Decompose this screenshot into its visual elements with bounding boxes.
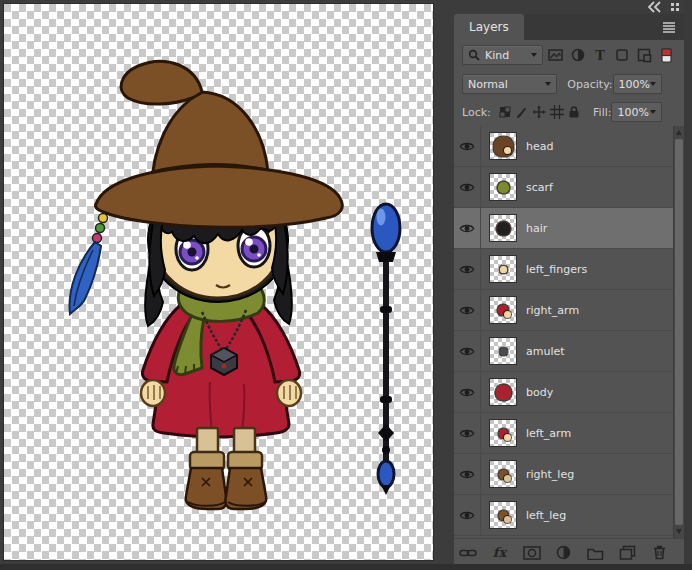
- layer-visibility-toggle[interactable]: [454, 126, 481, 166]
- bead-yellow: [99, 214, 108, 223]
- eye-icon: [459, 305, 475, 316]
- new-layer-button[interactable]: [617, 543, 638, 562]
- new-adjustment-layer-button[interactable]: [553, 543, 574, 562]
- eye-icon: [459, 141, 475, 152]
- type-layer-icon: T: [593, 48, 607, 62]
- eye-icon: [459, 264, 475, 275]
- filter-shape-layers-button[interactable]: [613, 46, 632, 65]
- layer-thumbnail[interactable]: [489, 255, 517, 283]
- folder-icon: [587, 546, 604, 560]
- link-layers-button[interactable]: [457, 543, 478, 562]
- trash-icon: [652, 545, 667, 560]
- tab-layers[interactable]: Layers: [454, 14, 524, 40]
- layer-row[interactable]: head: [454, 126, 684, 167]
- layer-thumbnail[interactable]: [489, 132, 517, 160]
- layer-thumbnail[interactable]: [489, 296, 517, 324]
- delete-layer-button[interactable]: [649, 543, 670, 562]
- layer-visibility-toggle[interactable]: [454, 208, 481, 248]
- thumbnail-art: [496, 385, 511, 400]
- layer-row[interactable]: body: [454, 372, 684, 413]
- scroll-up-arrow[interactable]: [676, 130, 682, 135]
- layer-thumbnail[interactable]: [489, 501, 517, 529]
- layer-visibility-toggle[interactable]: [454, 290, 481, 330]
- layer-thumbnail[interactable]: [489, 378, 517, 406]
- blend-mode-dropdown[interactable]: Normal: [462, 74, 557, 94]
- filter-smart-objects-button[interactable]: [635, 46, 654, 65]
- new-group-button[interactable]: [585, 543, 606, 562]
- thumbnail-art: [498, 182, 509, 193]
- layer-name: head: [526, 140, 553, 153]
- layer-list-scrollbar[interactable]: [673, 126, 684, 538]
- panel-tab-bar: Layers: [454, 14, 684, 40]
- layer-visibility-toggle[interactable]: [454, 413, 481, 453]
- panel-menu-icon[interactable]: [662, 21, 676, 34]
- layer-name: body: [526, 386, 553, 399]
- filter-type-layers-button[interactable]: T: [590, 46, 609, 65]
- layer-visibility-toggle[interactable]: [454, 495, 481, 535]
- collapse-panels-icon[interactable]: [647, 1, 662, 13]
- layer-name: left_leg: [526, 509, 566, 522]
- layer-name: right_leg: [526, 468, 574, 481]
- layer-row[interactable]: scarf: [454, 167, 684, 208]
- opacity-input[interactable]: 100%: [613, 74, 662, 94]
- fill-label: Fill:: [593, 106, 611, 119]
- layer-thumbnail[interactable]: [489, 337, 517, 365]
- move-icon: [532, 105, 546, 119]
- filtering-toggle[interactable]: [657, 46, 676, 65]
- scroll-down-arrow[interactable]: [676, 529, 682, 534]
- layer-thumbnail[interactable]: [489, 419, 517, 447]
- document-canvas[interactable]: [4, 4, 433, 560]
- lock-transparency-button[interactable]: [496, 103, 513, 122]
- bead-green: [96, 224, 105, 233]
- layer-visibility-toggle[interactable]: [454, 331, 481, 371]
- layer-row[interactable]: right_arm: [454, 290, 684, 331]
- panel-right-frame: [684, 0, 692, 566]
- lock-all-button[interactable]: [566, 103, 583, 122]
- eye-icon: [459, 510, 475, 521]
- opacity-value: 100%: [619, 78, 650, 91]
- lock-icon: [567, 105, 581, 119]
- scrollbar-thumb[interactable]: [675, 139, 683, 525]
- layer-row[interactable]: right_leg: [454, 454, 684, 495]
- thumbnail-art: [497, 222, 510, 235]
- panel-dock-icon[interactable]: [670, 2, 680, 12]
- panel-header-strip: [454, 0, 684, 14]
- link-icon: [459, 548, 477, 558]
- layer-row[interactable]: left_leg: [454, 495, 684, 536]
- filter-pixel-layers-button[interactable]: [546, 46, 565, 65]
- layer-thumbnail[interactable]: [489, 460, 517, 488]
- hat: [95, 61, 342, 227]
- layer-row[interactable]: left_arm: [454, 413, 684, 454]
- layer-visibility-toggle[interactable]: [454, 372, 481, 412]
- layer-row[interactable]: left_fingers: [454, 249, 684, 290]
- layer-thumbnail[interactable]: [489, 173, 517, 201]
- layer-visibility-toggle[interactable]: [454, 454, 481, 494]
- layer-visibility-toggle[interactable]: [454, 249, 481, 289]
- layer-thumbnail[interactable]: [489, 214, 517, 242]
- layers-panel-footer: fx: [454, 538, 684, 566]
- search-icon: [468, 49, 480, 61]
- layer-name: left_fingers: [526, 263, 587, 276]
- character-illustration: [70, 61, 343, 509]
- layer-name: hair: [526, 222, 547, 235]
- layer-row[interactable]: amulet: [454, 331, 684, 372]
- filter-adjustment-layers-button[interactable]: [568, 46, 587, 65]
- add-layer-mask-button[interactable]: [521, 543, 542, 562]
- eye-icon: [459, 346, 475, 357]
- chevron-down-icon: [650, 110, 656, 114]
- lock-position-button[interactable]: [531, 103, 548, 122]
- thumbnail-art-secondary: [504, 516, 511, 523]
- lock-image-pixels-button[interactable]: [513, 103, 530, 122]
- layer-name: scarf: [526, 181, 553, 194]
- thumbnail-art-secondary: [504, 475, 511, 482]
- brush-icon: [515, 106, 528, 119]
- layer-row[interactable]: hair: [454, 208, 684, 249]
- kind-filter-dropdown[interactable]: Kind: [462, 45, 543, 65]
- lock-artboard-button[interactable]: [548, 103, 565, 122]
- layer-visibility-toggle[interactable]: [454, 167, 481, 207]
- chevron-down-icon: [650, 82, 656, 86]
- chevron-down-icon: [531, 53, 537, 57]
- fill-input[interactable]: 100%: [611, 102, 662, 122]
- layer-style-button[interactable]: fx: [489, 543, 510, 562]
- staff-illustration: [372, 204, 400, 495]
